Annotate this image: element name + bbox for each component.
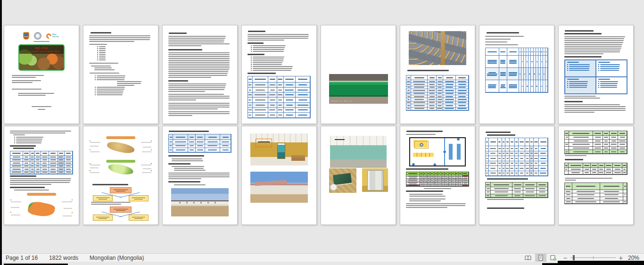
document-table [564, 163, 627, 175]
view-shortcuts [522, 254, 559, 262]
document-table [564, 182, 627, 204]
document-table [564, 131, 627, 154]
web-layout-icon [550, 255, 556, 261]
zoom-slider-handle[interactable] [573, 255, 575, 260]
document-page-7[interactable] [479, 25, 554, 124]
round-logo [34, 32, 41, 40]
crates-photo [329, 33, 388, 73]
document-table [485, 48, 548, 93]
logo-label: Оюу Толгой [52, 33, 60, 38]
zoom-slider-center-tick [593, 256, 594, 259]
zoom-out-button[interactable]: − [563, 255, 567, 261]
document-page-16[interactable] [558, 126, 634, 225]
swot-table [564, 59, 627, 94]
document-table [168, 134, 231, 153]
tealroom-photo [330, 136, 387, 168]
shelves-photo [409, 31, 466, 65]
cabbage-infographic [89, 159, 152, 177]
document-page-13[interactable] [321, 126, 396, 225]
zoom-controls: − + 20% [563, 255, 639, 261]
document-page-6[interactable] [400, 25, 475, 124]
document-page-11[interactable] [162, 126, 238, 225]
potato-infographic [89, 136, 152, 157]
status-bar-left: Page 1 of 16 1822 words Mongolian (Mongo… [2, 255, 144, 261]
building-photo [171, 188, 229, 216]
cover-image: ЭКО ХҮНС«Хүнсний ногооны зах» [18, 44, 65, 71]
page-indicator[interactable]: Page 1 of 16 [6, 255, 38, 261]
cover-subtitle: «Хүнсний ногооны зах» [19, 50, 64, 53]
read-mode-icon [525, 255, 531, 261]
oyu-tolgoi-logo: Оюу Толгой [46, 33, 60, 39]
document-table [406, 172, 469, 187]
yellowroom-photo [250, 133, 308, 166]
document-page-4[interactable] [241, 25, 317, 124]
window-edge-artifact-corner [558, 261, 644, 265]
document-table [10, 151, 73, 174]
orange-arc-icon [45, 32, 52, 39]
org-chart [89, 187, 152, 201]
zoom-slider[interactable] [570, 255, 616, 261]
document-page-14[interactable] [400, 126, 475, 225]
emblem-logo [23, 32, 29, 40]
document-page-12[interactable] [241, 126, 317, 225]
word-count[interactable]: 1822 words [49, 255, 78, 261]
document-page-5[interactable]: www.my-zar.mn [321, 25, 396, 124]
document-page-10[interactable] [83, 126, 158, 225]
document-table [406, 75, 469, 111]
org-chart [89, 207, 152, 221]
print-layout-icon [538, 255, 544, 261]
zoom-level[interactable]: 20% [626, 255, 639, 261]
document-table [485, 182, 548, 198]
logo-row: Оюу Толгой [10, 32, 73, 40]
page-grid: Оюу ТолгойЭКО ХҮНС«Хүнсний ногооны зах»w… [4, 25, 634, 225]
document-page-9[interactable] [4, 126, 79, 225]
scale-photo [329, 168, 356, 193]
document-table [485, 138, 548, 176]
fridge-photo [362, 168, 388, 192]
status-bar: Page 1 of 16 1822 words Mongolian (Mongo… [2, 253, 644, 262]
greenbin-photo: www.my-zar.mn [329, 74, 388, 104]
document-table [248, 76, 311, 118]
document-page-2[interactable] [83, 25, 158, 124]
word-window: Оюу ТолгойЭКО ХҮНС«Хүнсний ногооны зах»w… [0, 0, 644, 265]
whitehouse-photo [250, 172, 308, 203]
document-page-1[interactable]: Оюу ТолгойЭКО ХҮНС«Хүнсний ногооны зах» [4, 25, 79, 124]
document-page-15[interactable] [479, 126, 554, 225]
floor-plan-diagram [409, 137, 466, 166]
document-page-8[interactable] [558, 25, 634, 124]
carrot-infographic [10, 192, 73, 224]
photo-watermark: www.my-zar.mn [331, 99, 354, 102]
read-mode-button[interactable] [522, 254, 534, 262]
document-canvas[interactable]: Оюу ТолгойЭКО ХҮНС«Хүнсний ногооны зах»w… [2, 0, 644, 253]
document-page-3[interactable] [162, 25, 238, 124]
print-layout-button[interactable] [535, 254, 546, 262]
zoom-in-button[interactable]: + [619, 255, 623, 261]
language-indicator[interactable]: Mongolian (Mongolia) [90, 255, 144, 261]
